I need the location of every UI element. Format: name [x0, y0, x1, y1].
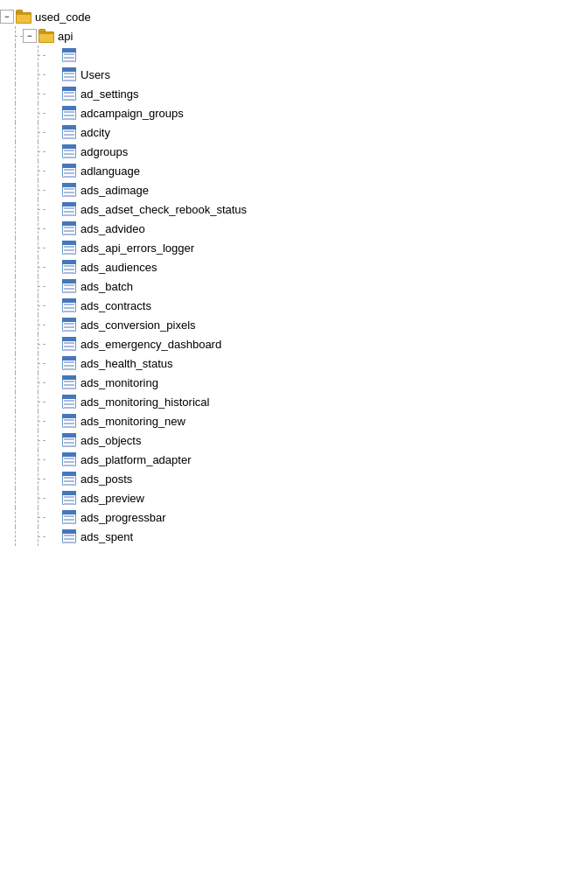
- list-item[interactable]: ads_monitoring_historical: [0, 392, 588, 411]
- file-icon: [61, 240, 77, 256]
- file-icon: [61, 220, 77, 236]
- list-item[interactable]: ads_batch: [0, 276, 588, 296]
- file-icon: [61, 278, 77, 294]
- file-icon: [61, 201, 77, 217]
- file-icon: [61, 124, 77, 140]
- list-item[interactable]: adlanguage: [0, 161, 588, 180]
- list-item[interactable]: [0, 46, 588, 65]
- file-icon: [61, 163, 77, 178]
- item-label: adcampaign_groups: [80, 107, 184, 120]
- item-label: ads_platform_adapter: [80, 453, 191, 466]
- collapse-btn-api[interactable]: −: [23, 29, 37, 43]
- list-item[interactable]: ads_adset_check_rebook_status: [0, 200, 588, 219]
- item-label: ads_spent: [80, 530, 133, 543]
- file-icon: [61, 144, 77, 159]
- item-label: ads_monitoring: [80, 376, 158, 389]
- item-label: ads_monitoring_historical: [80, 396, 209, 409]
- file-icon: [61, 509, 77, 525]
- list-item[interactable]: ads_contracts: [0, 296, 588, 315]
- list-item[interactable]: ads_objects: [0, 430, 588, 450]
- list-item[interactable]: adgroups: [0, 142, 588, 161]
- list-item[interactable]: ad_settings: [0, 84, 588, 103]
- list-item[interactable]: ads_emergency_dashboard: [0, 334, 588, 354]
- item-label: ads_batch: [80, 280, 133, 293]
- list-item[interactable]: ads_spent: [0, 527, 588, 546]
- list-item[interactable]: Users: [0, 65, 588, 84]
- file-tree: − used_code − api: [0, 0, 588, 553]
- item-label: ads_posts: [80, 472, 132, 486]
- item-label: ads_adimage: [80, 184, 149, 197]
- item-label: ads_objects: [80, 434, 141, 447]
- list-item[interactable]: adcity: [0, 122, 588, 142]
- file-icon: [61, 47, 77, 63]
- item-label: ads_contracts: [80, 299, 151, 312]
- file-icon: [61, 432, 77, 448]
- list-item[interactable]: ads_conversion_pixels: [0, 315, 588, 334]
- file-icon: [61, 259, 77, 275]
- item-label: adlanguage: [80, 164, 140, 178]
- item-label: ads_preview: [80, 492, 144, 505]
- file-icon: [61, 374, 77, 390]
- file-icon: [61, 528, 77, 544]
- list-item[interactable]: ads_health_status: [0, 354, 588, 373]
- list-item[interactable]: ads_adimage: [0, 180, 588, 200]
- file-icon: [61, 355, 77, 371]
- list-item[interactable]: ads_advideo: [0, 219, 588, 238]
- folder-icon-api: [38, 29, 54, 43]
- item-label: ads_api_errors_logger: [80, 242, 194, 255]
- file-icon: [61, 66, 77, 82]
- list-item[interactable]: adcampaign_groups: [0, 103, 588, 122]
- list-item[interactable]: ads_audiences: [0, 257, 588, 276]
- file-icon: [61, 298, 77, 313]
- file-icon: [61, 490, 77, 506]
- tree-item-api[interactable]: − api: [0, 26, 588, 46]
- list-item[interactable]: ads_progressbar: [0, 508, 588, 527]
- item-label: ads_advideo: [80, 222, 145, 235]
- list-item[interactable]: ads_api_errors_logger: [0, 238, 588, 257]
- file-icon: [61, 336, 77, 352]
- file-icon: [61, 452, 77, 467]
- root-label: used_code: [35, 10, 91, 24]
- item-label: ads_emergency_dashboard: [80, 338, 221, 351]
- list-item[interactable]: ads_platform_adapter: [0, 450, 588, 469]
- item-label: adcity: [80, 126, 110, 139]
- file-icon: [61, 394, 77, 410]
- item-label: ads_progressbar: [80, 511, 166, 524]
- item-label: adgroups: [80, 145, 128, 158]
- item-label: ads_monitoring_new: [80, 415, 186, 428]
- file-icon: [61, 182, 77, 198]
- folder-icon-root: [16, 10, 32, 24]
- file-icon: [61, 471, 77, 486]
- list-item[interactable]: ads_preview: [0, 488, 588, 508]
- list-item[interactable]: ads_monitoring_new: [0, 411, 588, 430]
- item-label: Users: [80, 68, 110, 81]
- item-label: ad_settings: [80, 88, 139, 101]
- file-icon: [61, 105, 77, 121]
- file-icon: [61, 317, 77, 332]
- collapse-btn-root[interactable]: −: [0, 10, 14, 24]
- list-item[interactable]: ads_monitoring: [0, 373, 588, 392]
- item-label: ads_adset_check_rebook_status: [80, 203, 247, 216]
- tree-item-root[interactable]: − used_code: [0, 7, 588, 26]
- list-item[interactable]: ads_posts: [0, 469, 588, 488]
- file-icon: [61, 86, 77, 102]
- item-label: ads_health_status: [80, 357, 173, 370]
- item-label: ads_audiences: [80, 261, 157, 274]
- file-icon: [61, 413, 77, 429]
- api-label: api: [58, 30, 73, 43]
- item-label: ads_conversion_pixels: [80, 318, 196, 332]
- connector-api: [7, 26, 23, 46]
